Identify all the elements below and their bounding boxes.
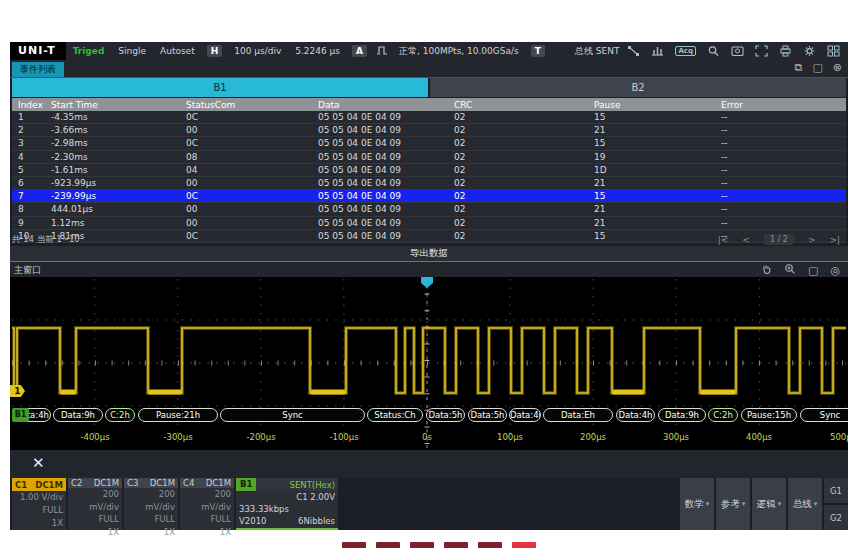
table-row[interactable]: 4-2.30ms0805 05 04 0E 04 090219-- — [12, 151, 846, 164]
table-cell: 05 05 04 0E 04 09 — [312, 125, 448, 135]
menu-button-label: 参考 — [721, 498, 740, 511]
page-last-button[interactable]: >| — [829, 235, 840, 245]
table-cell: 02 — [448, 112, 588, 122]
screenshot-icon[interactable] — [731, 45, 744, 57]
chevron-down-icon: ▾ — [706, 500, 710, 508]
table-cell: -- — [715, 125, 846, 135]
settings-gear-icon[interactable] — [803, 45, 816, 57]
decode-bubble: Pause:21h — [138, 408, 218, 422]
time-label: 100μs — [497, 432, 523, 442]
page-next-button[interactable]: > — [808, 235, 816, 245]
c1-name: C1 — [15, 480, 27, 490]
main-window-label: 主窗口 — [14, 264, 41, 277]
bus-box-b1[interactable]: B1 SENT(Hex) C1 2.00V 333.33kbps V2010 6… — [236, 478, 338, 530]
horizontal-chip[interactable]: H — [207, 45, 223, 57]
export-data-button[interactable]: 导出数据 — [10, 246, 848, 262]
table-row[interactable]: 91.12ms0005 05 04 0E 04 090221-- — [12, 217, 846, 230]
zoom-in-icon[interactable] — [784, 263, 796, 278]
cursor-slope-icon[interactable] — [627, 45, 640, 57]
menu-button-bus[interactable]: 总线▾ — [788, 478, 822, 530]
table-cell: 05 05 04 0E 04 09 — [312, 152, 448, 162]
table-row[interactable]: 1-4.35ms0C05 05 04 0E 04 090215-- — [12, 111, 846, 124]
table-cell: -3.66ms — [45, 125, 180, 135]
menu-button-logic[interactable]: 逻辑▾ — [752, 478, 786, 530]
table-cell: -- — [715, 165, 846, 175]
table-row[interactable]: 7-239.99μs0C05 05 04 0E 04 090215-- — [12, 190, 846, 203]
time-label: -200μs — [246, 432, 275, 442]
channel-box-c2[interactable]: C2 DC1M 200 mV/div FULL 1X — [68, 478, 122, 530]
screenshot-page: UNI-T Triged Single Autoset H 100 μs/div… — [0, 0, 853, 548]
page-first-button[interactable]: |< — [718, 235, 729, 245]
table-cell: 1D — [588, 165, 715, 175]
pagination: |< < 1 / 2 > >| — [718, 234, 846, 245]
c4-bandwidth: FULL — [180, 513, 234, 526]
channel-box-c4[interactable]: C4 DC1M 200 mV/div FULL 1X — [180, 478, 234, 530]
channel-box-c3[interactable]: C3 DC1M 200 mV/div FULL 1X — [124, 478, 178, 530]
g2-button[interactable]: G2 — [824, 505, 848, 530]
top-toolbar: UNI-T Triged Single Autoset H 100 μs/div… — [10, 42, 848, 60]
table-cell: 15 — [588, 138, 715, 148]
column-header: Error — [715, 100, 846, 110]
table-cell: 8 — [12, 204, 45, 214]
page-prev-button[interactable]: < — [742, 235, 750, 245]
fullscreen-icon[interactable] — [755, 45, 768, 57]
table-cell: 21 — [588, 125, 715, 135]
timebase-value[interactable]: 100 μs/div — [227, 46, 288, 56]
table-cell: 02 — [448, 138, 588, 148]
column-header: Pause — [588, 100, 715, 110]
table-row[interactable]: 5-1.61ms0405 05 04 0E 04 09021D-- — [12, 164, 846, 177]
tab-bus2[interactable]: B2 — [430, 78, 846, 97]
table-cell: -- — [715, 112, 846, 122]
window-layout-icon[interactable] — [827, 45, 840, 57]
decode-bubble: C:2h — [105, 408, 135, 422]
activity-dashes — [342, 542, 536, 548]
c3-name: C3 — [127, 478, 138, 488]
acquire-chip[interactable]: A — [352, 45, 367, 57]
table-cell: 7 — [12, 191, 45, 201]
close-icon[interactable]: ⊗ — [833, 61, 842, 74]
table-cell: 0C — [180, 138, 312, 148]
table-cell: -- — [715, 152, 846, 162]
acq-icon[interactable]: Acq — [675, 46, 696, 56]
table-row[interactable]: 6-923.99μs0005 05 04 0E 04 090221-- — [12, 177, 846, 190]
table-cell: 15 — [588, 112, 715, 122]
menu-button-reference[interactable]: 参考▾ — [716, 478, 750, 530]
search-icon[interactable] — [707, 45, 720, 57]
table-cell: 02 — [448, 125, 588, 135]
maximize-icon[interactable]: ▢ — [808, 264, 818, 277]
g1-button[interactable]: G1 — [824, 478, 848, 503]
maximize-icon[interactable]: ▢ — [812, 61, 822, 74]
menu-button-math[interactable]: 数学▾ — [680, 478, 714, 530]
tab-bus1[interactable]: B1 — [12, 78, 428, 97]
trigger-chip[interactable]: T — [531, 45, 545, 57]
table-row[interactable]: 8444.01μs0005 05 04 0E 04 090221-- — [12, 203, 846, 216]
decode-bubble: Data:5h — [468, 408, 507, 422]
table-cell: 5 — [12, 165, 45, 175]
horizontal-delay-value[interactable]: 5.2246 μs — [288, 46, 347, 56]
bus-trigger-label[interactable]: 总线 SENT — [568, 45, 627, 58]
channel-box-c1[interactable]: C1 DC1M 1.00 V/div FULL 1X — [12, 478, 66, 530]
x-tool-icon[interactable]: ✕ — [32, 454, 45, 472]
toolbar-icon-group: Acq — [627, 45, 848, 57]
brand-logo: UNI-T — [10, 42, 66, 60]
table-cell: -- — [715, 204, 846, 214]
b1-type: SENT(Hex) — [290, 480, 338, 490]
table-cell: 02 — [448, 204, 588, 214]
table-cell: 05 05 04 0E 04 09 — [312, 165, 448, 175]
close-circle-icon[interactable]: ◎ — [830, 264, 840, 277]
decode-bubble: Data:9h — [658, 408, 706, 422]
table-row[interactable]: 3-2.98ms0C05 05 04 0E 04 090215-- — [12, 137, 846, 150]
table-row[interactable]: 2-3.66ms0005 05 04 0E 04 090221-- — [12, 124, 846, 137]
time-label: 400μs — [746, 432, 772, 442]
c2-bandwidth: FULL — [68, 513, 122, 526]
print-icon[interactable] — [779, 45, 792, 57]
measure-icon[interactable] — [651, 45, 664, 57]
waveform-display[interactable]: 1 B1 Data:4hData:9hC:2hPause:21hSyncStat… — [10, 277, 848, 450]
autoset-button[interactable]: Autoset — [153, 46, 202, 56]
decode-bubble: Data:4h — [616, 408, 655, 422]
tab-event-list[interactable]: 事件列表 — [12, 62, 64, 77]
pan-hand-icon[interactable] — [761, 264, 772, 278]
single-button[interactable]: Single — [111, 46, 153, 56]
copy-icon[interactable]: ⧉ — [795, 61, 803, 74]
b1-source: C1 2.00V — [296, 491, 335, 503]
